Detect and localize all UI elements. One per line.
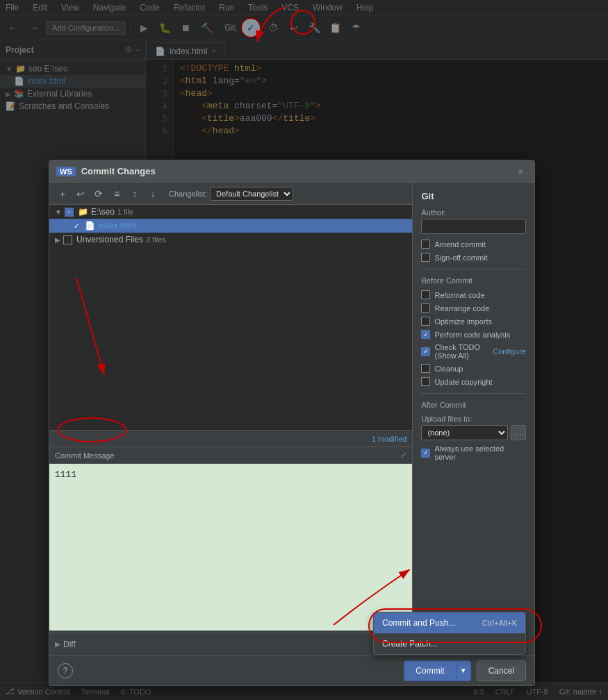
amend-checkbox[interactable] (421, 240, 430, 249)
divider-1 (421, 269, 526, 269)
file-tree-seo[interactable]: ▼ − 📁 E:\seo 1 file (49, 205, 412, 219)
ide-background: File Edit View Navigate Code Refactor Ru… (0, 0, 608, 700)
cleanup-row[interactable]: Cleanup (421, 364, 526, 373)
files-footer: 1 modified (49, 430, 412, 447)
commit-dropdown-btn[interactable]: ▼ (456, 660, 471, 681)
cleanup-label: Cleanup (434, 365, 463, 373)
signoff-checkbox[interactable] (421, 253, 430, 262)
rearrange-label: Rearrange code (434, 304, 489, 312)
toolbar-sort-asc-btn[interactable]: ↑ (127, 186, 142, 201)
seo-checkbox[interactable]: − (65, 208, 74, 217)
commit-dialog: WS Commit Changes × + ↩ ⟳ ≡ ↑ ↓ Changeli… (49, 160, 535, 686)
code-analysis-label: Perform code analysis (434, 331, 510, 339)
always-selected-row[interactable]: ✓ Always use selected server (421, 444, 526, 461)
always-selected-checkbox[interactable]: ✓ (421, 449, 430, 458)
dialog-titlebar: WS Commit Changes × (49, 160, 534, 183)
check-todo-row[interactable]: ✓ Check TODO (Show All) Configure (421, 343, 526, 360)
configure-link[interactable]: Configure (493, 347, 526, 356)
reformat-checkbox[interactable] (421, 290, 430, 299)
signoff-label: Sign-off commit (434, 253, 487, 262)
dialog-close-button[interactable]: × (513, 165, 527, 178)
dialog-title: Commit Changes (81, 166, 156, 176)
rearrange-checkbox[interactable] (421, 303, 430, 312)
commit-msg-expand-icon[interactable]: ⤢ (400, 451, 406, 460)
modified-count: 1 modified (372, 435, 407, 443)
toolbar-undo-btn[interactable]: ↩ (73, 186, 88, 201)
dialog-body: + ↩ ⟳ ≡ ↑ ↓ Changelist: Default Changeli… (49, 183, 534, 655)
commit-message-input[interactable]: 1111 (49, 464, 412, 631)
code-analysis-checkbox[interactable]: ✓ (421, 330, 430, 339)
toolbar-group-btn[interactable]: ≡ (109, 186, 124, 201)
cleanup-checkbox[interactable] (421, 364, 430, 373)
changelist-select[interactable]: Default Changelist (210, 187, 293, 201)
reformat-label: Reformat code (434, 291, 484, 299)
diff-label: Diff (63, 640, 76, 649)
dialog-footer: ? Commit ▼ Cancel (49, 655, 534, 685)
unversioned-expand-icon: ▶ (55, 236, 60, 244)
unversioned-checkbox[interactable] (63, 235, 72, 244)
divider-2 (421, 393, 526, 394)
optimize-imports-label: Optimize imports (434, 317, 492, 326)
commit-dropdown: Commit and Push... Ctrl+Alt+K Create Pat… (373, 612, 526, 655)
commit-msg-header: Commit Message ⤢ (49, 447, 412, 464)
update-copyright-row[interactable]: Update copyright (421, 377, 526, 386)
diff-expand-icon: ▶ (55, 640, 60, 648)
author-input[interactable] (421, 219, 526, 234)
reformat-row[interactable]: Reformat code (421, 290, 526, 299)
commit-push-label: Commit and Push... (382, 618, 455, 628)
toolbar-refresh-btn[interactable]: ⟳ (91, 186, 106, 201)
index-checkbox[interactable]: ✓ (72, 222, 81, 231)
index-label: index.html (98, 221, 136, 231)
rearrange-row[interactable]: Rearrange code (421, 303, 526, 312)
update-copyright-checkbox[interactable] (421, 377, 430, 386)
code-analysis-row[interactable]: ✓ Perform code analysis (421, 330, 526, 339)
seo-expand-icon: ▼ (55, 208, 62, 216)
always-selected-label: Always use selected server (434, 444, 526, 461)
cancel-button[interactable]: Cancel (477, 660, 526, 681)
optimize-imports-row[interactable]: Optimize imports (421, 317, 526, 326)
upload-select[interactable]: (none) (421, 425, 508, 440)
seo-label: E:\seo (91, 207, 115, 217)
upload-label: Upload files to: (421, 415, 526, 423)
help-button[interactable]: ? (58, 663, 73, 678)
unversioned-label: Unversioned Files (76, 235, 143, 244)
check-todo-checkbox[interactable]: ✓ (421, 347, 430, 356)
changelist-label: Changelist: (169, 190, 207, 198)
file-tree-unversioned[interactable]: ▶ Unversioned Files 3 files (49, 233, 412, 247)
author-label: Author: (421, 208, 526, 217)
upload-extra-btn[interactable]: … (511, 425, 526, 440)
amend-label: Amend commit (434, 240, 485, 249)
commit-msg-label: Commit Message (55, 451, 115, 460)
seo-folder-icon: 📁 (78, 207, 88, 217)
seo-count: 1 file (117, 208, 133, 216)
toolbar-add-btn[interactable]: + (55, 186, 70, 201)
files-toolbar: + ↩ ⟳ ≡ ↑ ↓ Changelist: Default Changeli… (49, 183, 412, 205)
upload-row: (none) … (421, 425, 526, 440)
commit-msg-section: Commit Message ⤢ 1111 (49, 447, 412, 633)
create-patch-label: Create Patch... (382, 639, 438, 649)
index-file-icon: 📄 (85, 221, 95, 231)
commit-push-shortcut: Ctrl+Alt+K (482, 619, 517, 627)
diff-section[interactable]: ▶ Diff (49, 633, 412, 655)
files-list: ▼ − 📁 E:\seo 1 file ✓ 📄 index.html (49, 205, 412, 430)
create-patch-item[interactable]: Create Patch... (374, 633, 525, 654)
toolbar-sort-desc-btn[interactable]: ↓ (145, 186, 161, 201)
optimize-imports-checkbox[interactable] (421, 317, 430, 326)
unversioned-count: 3 files (146, 235, 166, 244)
commit-button[interactable]: Commit (404, 660, 455, 681)
update-copyright-label: Update copyright (434, 378, 492, 386)
before-commit-header: Before Commit (421, 276, 526, 285)
left-panel: + ↩ ⟳ ≡ ↑ ↓ Changelist: Default Changeli… (49, 183, 413, 655)
after-commit-header: After Commit (421, 401, 526, 409)
check-todo-label: Check TODO (Show All) (434, 343, 488, 360)
ws-icon: WS (56, 167, 76, 176)
commit-btn-group: Commit ▼ (404, 660, 470, 681)
file-tree-index[interactable]: ✓ 📄 index.html (49, 219, 412, 233)
git-section-title: Git (421, 191, 526, 201)
right-panel: Git Author: Amend commit Sign-off commit… (413, 183, 534, 655)
commit-and-push-item[interactable]: Commit and Push... Ctrl+Alt+K (374, 612, 525, 633)
signoff-commit-row[interactable]: Sign-off commit (421, 253, 526, 262)
amend-commit-row[interactable]: Amend commit (421, 240, 526, 249)
